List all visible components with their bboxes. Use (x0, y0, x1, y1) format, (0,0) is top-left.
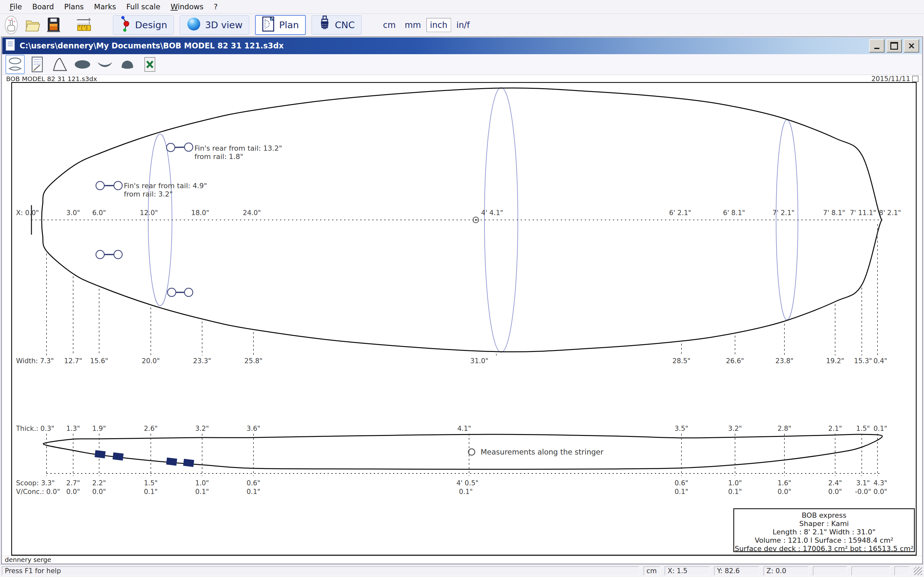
scoop-measurement-label: 1.0" (195, 479, 209, 487)
fin-plug[interactable] (166, 143, 175, 152)
fin-label: from rail: 1.8" (194, 153, 243, 161)
width-measurement-label: 28.5" (672, 357, 690, 365)
status-cell-empty-6 (895, 566, 909, 575)
x-measurement-label: 6.0" (92, 209, 106, 217)
window-controls: × (869, 39, 919, 53)
fin-plug[interactable] (184, 288, 193, 297)
svg-text:1: 1 (81, 27, 82, 31)
scoop-measurement-label: 0.6" (674, 479, 688, 487)
menu-windows[interactable]: Windows (166, 2, 209, 11)
menu-board[interactable]: Board (27, 2, 59, 11)
board-drawing-canvas[interactable]: X: 0.0"3.0"6.0"12.0"18.0"24.0"4' 4.1"6' … (11, 82, 917, 556)
status-cell-z: Z: 0.0 (764, 566, 809, 575)
stringer-note-label: Measurements along the stringer (481, 448, 604, 456)
width-measurement-label: 26.6" (726, 357, 744, 365)
fin-plug[interactable] (114, 250, 122, 259)
scoop-measurement-label: 3.1" (856, 479, 870, 487)
status-cell-empty-5 (851, 566, 890, 575)
date-label: 2015/11/11 (871, 75, 910, 83)
menu-full-scale[interactable]: Full scale (121, 2, 166, 11)
thick-measurement-label: 3.6" (246, 425, 260, 432)
thick-measurement-label: 1.5" (856, 425, 870, 432)
scoop-measurement-label: 0.6" (246, 479, 260, 487)
fin-label: Fin's rear from tail: 13.2" (194, 144, 282, 152)
menu-plans[interactable]: Plans (59, 2, 89, 11)
fin-plug[interactable] (184, 143, 193, 151)
document-window: C:\users\dennery\My Documents\BOB MODEL … (1, 37, 923, 564)
wizard-hand-icon[interactable] (3, 15, 19, 35)
width-measurement-label: 0.4" (873, 357, 887, 365)
document-titlebar[interactable]: C:\users\dennery\My Documents\BOB MODEL … (2, 37, 922, 54)
date-checkbox[interactable] (912, 76, 919, 82)
cnc-icon (318, 15, 331, 35)
x-measurement-label: 8' 2.1" (879, 209, 901, 217)
measurements-panel-icon[interactable] (28, 55, 47, 74)
fin-plug[interactable] (96, 250, 104, 259)
rocker-solid-icon[interactable] (95, 55, 115, 74)
resize-grip-icon[interactable] (914, 567, 922, 575)
thick-measurement-label: 1.3" (66, 425, 80, 432)
width-measurement-label: 25.8" (244, 357, 262, 365)
width-measurement-label: 23.8" (775, 357, 793, 365)
center-marker-dot (475, 219, 477, 221)
minimize-button[interactable] (869, 39, 885, 53)
vconc-measurement-label: 0.1" (459, 488, 473, 496)
status-cells: cmX: 1.5Y: 82.6Z: 0.0 (644, 566, 909, 575)
section-solid-icon[interactable] (118, 55, 137, 74)
unit-mm[interactable]: mm (401, 18, 425, 32)
info-box-line: Shaper : Kami (799, 520, 849, 528)
unit-inch[interactable]: inch (426, 18, 451, 32)
fin-plug[interactable] (96, 181, 104, 190)
vconc-measurement-label: V/Conc.: 0.0" (16, 488, 60, 496)
thick-measurement-label: 4.1" (457, 425, 471, 432)
dimensions-icon[interactable]: 10 (76, 15, 92, 35)
fin-box[interactable] (113, 452, 124, 460)
vconc-measurement-label: 0.1" (728, 488, 742, 496)
unit-in-f[interactable]: in/f (453, 18, 473, 32)
width-measurement-label: 20.0" (142, 357, 160, 365)
save-icon[interactable] (45, 15, 61, 35)
design-button[interactable]: Design (113, 15, 174, 35)
info-box-line: Surface dev deck : 17006.3 cm² bot : 165… (735, 545, 913, 553)
close-icon: × (908, 41, 915, 50)
excel-export-icon[interactable] (140, 55, 160, 74)
scoop-measurement-label: Scoop: 3.3" (16, 479, 55, 487)
info-box-line: BOB express (802, 511, 846, 519)
thick-measurement-label: 2.6" (144, 425, 158, 432)
3d-view-button[interactable]: 3D view (180, 15, 249, 35)
status-cell-x: X: 1.5 (665, 566, 710, 575)
open-folder-icon[interactable] (24, 15, 40, 35)
x-measurement-label: 6' 8.1" (723, 209, 745, 217)
menu-marks[interactable]: Marks (89, 2, 121, 11)
width-measurement-label: 31.0" (470, 357, 488, 365)
plan-button[interactable]: Plan (255, 15, 306, 35)
menu-file[interactable]: File (5, 2, 27, 11)
maximize-button[interactable] (887, 39, 902, 53)
fin-plug[interactable] (168, 288, 176, 297)
x-measurement-label: 24.0" (243, 209, 261, 217)
plan-icon (262, 16, 275, 34)
foil-view-icon[interactable] (50, 55, 69, 74)
vconc-measurement-label: 0.0" (92, 488, 106, 496)
width-measurement-label: Width: 7.3" (16, 357, 54, 365)
sphere-icon (186, 17, 201, 34)
thick-measurement-label: 1.9" (92, 425, 106, 432)
toolbar: 10 Design3D viewPlanCNC cmmminchin/f (0, 14, 924, 36)
cnc-button[interactable]: CNC (312, 15, 362, 35)
minimize-icon (874, 48, 879, 49)
x-measurement-label: X: 0.0" (16, 209, 39, 217)
x-measurement-label: 18.0" (191, 209, 209, 217)
fin-box[interactable] (183, 459, 194, 467)
scoop-measurement-label: 1.5" (144, 479, 158, 487)
fin-box[interactable] (166, 458, 177, 466)
menu-?[interactable]: ? (208, 2, 223, 11)
unit-cm[interactable]: cm (380, 18, 399, 32)
application-window: FileBoardPlansMarksFull scaleWindows? 10… (0, 0, 924, 577)
outline-view-icon[interactable] (5, 55, 25, 74)
fin-plug[interactable] (114, 181, 122, 190)
document-icon (5, 39, 16, 53)
scoop-measurement-label: 2.2" (92, 479, 106, 487)
plan-solid-icon[interactable] (73, 55, 92, 74)
fin-box[interactable] (95, 450, 105, 458)
close-button[interactable]: × (904, 39, 919, 53)
